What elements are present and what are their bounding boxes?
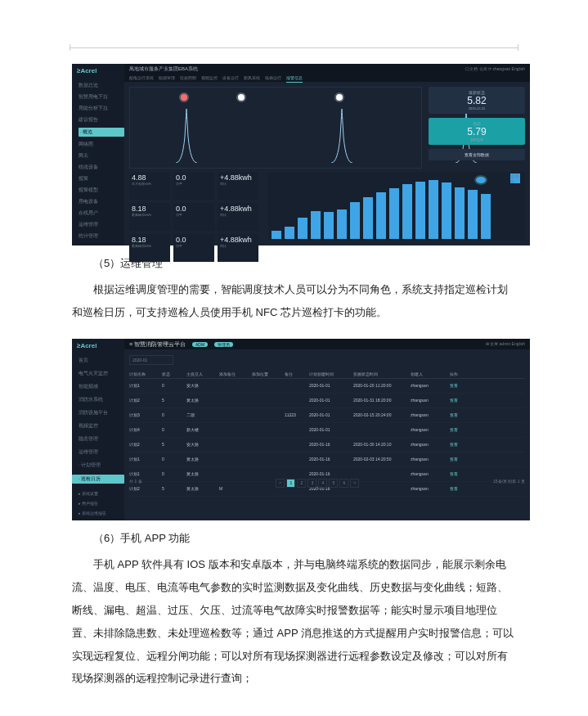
- cell: 计划4: [129, 427, 159, 432]
- month-filter-input[interactable]: 2020-01: [129, 355, 173, 365]
- sidebar-item[interactable]: 运维管理: [79, 448, 124, 456]
- kpi-cell: 0.0功率: [173, 203, 214, 231]
- sidebar-item[interactable]: ▸ 系统设置: [79, 491, 124, 496]
- sidebar-item[interactable]: 用能分析下拉: [79, 105, 124, 112]
- tab[interactable]: 设备运行: [222, 74, 239, 82]
- table-row: 计划10安大路2020-01-012020-01-20 11:20:00zhan…: [129, 379, 525, 394]
- sidebar-item[interactable]: 建议报告: [79, 116, 124, 124]
- tab[interactable]: 报警信息: [286, 74, 303, 83]
- sidebar-item[interactable]: ▸ 用户报告: [79, 501, 124, 506]
- sidebar-item[interactable]: 在线用户: [79, 209, 124, 217]
- sidebar-item[interactable]: 智能烟感: [79, 383, 124, 390]
- col-header: 状态: [162, 372, 183, 376]
- sidebar-item[interactable]: 报警模型: [79, 187, 124, 194]
- section-6-body: 手机 APP 软件具有 IOS 版本和安卓版本，并与电脑终端系统的数据同步，能展…: [72, 553, 516, 691]
- cell: 2020-01-16: [309, 471, 350, 476]
- kpi-cell: 8.18最高峰值kWh: [129, 203, 170, 231]
- page-button[interactable]: >: [350, 479, 359, 488]
- view-link[interactable]: 查看: [450, 398, 473, 403]
- sidebar-item[interactable]: 网关: [79, 152, 124, 160]
- role-pill: 管理员: [214, 342, 233, 347]
- col-header: 实施状态时间: [353, 372, 407, 376]
- tab[interactable]: 电梯运行: [265, 74, 281, 82]
- sidebar-item[interactable]: 首页: [79, 357, 124, 364]
- sidebar-item[interactable]: 隐患管理: [79, 435, 124, 443]
- sidebar-item[interactable]: 网络图: [79, 141, 124, 148]
- page-button[interactable]: 3: [307, 479, 316, 488]
- bar: [376, 192, 386, 239]
- header-user-area[interactable]: ⊞ 全屏 admin English: [486, 339, 525, 349]
- trend-chart: [129, 87, 422, 169]
- page-button[interactable]: 5: [329, 479, 338, 488]
- sidebar-item[interactable]: 消防设施平台: [79, 409, 124, 417]
- page-button[interactable]: 6: [339, 479, 348, 488]
- sidebar-item[interactable]: ▸ 系统运维报告: [79, 511, 124, 516]
- pagination[interactable]: 共 1 条 <123456> 15条/页 到第 1 页: [129, 479, 525, 488]
- cell: 2020-01-16: [309, 442, 350, 447]
- view-link[interactable]: 查看: [450, 427, 473, 432]
- cell: 计划3: [129, 412, 159, 417]
- sidebar-item[interactable]: · 计划管理: [79, 462, 124, 469]
- cell: 2020-02-03 14:20:50: [353, 457, 407, 462]
- cell: 2020-01-01: [309, 427, 350, 432]
- sidebar-item[interactable]: · 巡检日历: [72, 475, 124, 484]
- view-all-button[interactable]: 查看全部数据: [429, 149, 525, 160]
- stat-panel: 当前5.79实时监测: [429, 118, 525, 145]
- sidebar-item[interactable]: 电气火灾监控: [79, 370, 124, 377]
- view-link[interactable]: 查看: [450, 457, 473, 462]
- sidebar-item[interactable]: 线缆设备: [79, 164, 124, 171]
- col-header: 添加位置: [252, 372, 281, 376]
- cell: zhangsan: [411, 398, 447, 403]
- kpi-grid: 4.88本月电量kWh0.0功率+4.88kwh同比8.18最高峰值kWh0.0…: [129, 172, 258, 262]
- page-jump[interactable]: 15条/页 到第 1 页: [493, 479, 525, 488]
- table-row: 计划10黄太路2020-01-162020-02-03 14:20:50zhan…: [129, 453, 525, 467]
- top-tabs: 配电运行系统能源管理应急照明视频监控设备运行新风系统电梯运行报警信息: [124, 74, 530, 82]
- tab[interactable]: 能源管理: [159, 74, 175, 82]
- view-link[interactable]: 查看: [450, 383, 473, 388]
- sidebar-item[interactable]: 消防水系统: [79, 396, 124, 403]
- cell: zhangsan: [411, 412, 447, 417]
- col-header: 主提交人: [186, 372, 216, 376]
- cell: 安大路: [186, 383, 216, 388]
- col-header: 操作: [450, 372, 473, 376]
- tab[interactable]: 配电运行系统: [129, 74, 154, 82]
- sidebar-item[interactable]: 运维管理: [79, 221, 124, 228]
- cell: 2020-01-30 14:20:10: [353, 442, 407, 447]
- tab[interactable]: 视频监控: [201, 74, 218, 82]
- view-link[interactable]: 查看: [450, 442, 473, 447]
- header-user-area[interactable]: 口文档 仓库 ⟳ zhangsan English: [465, 64, 525, 74]
- sidebar-item[interactable]: 报警: [79, 175, 124, 182]
- col-header: 添加备注: [219, 372, 249, 376]
- page-button[interactable]: 1: [286, 479, 295, 488]
- map-pin-icon[interactable]: [181, 94, 187, 101]
- view-link[interactable]: 查看: [450, 471, 473, 476]
- sidebar-item[interactable]: 视频监控: [79, 422, 124, 430]
- bar: [337, 209, 347, 239]
- sidebar-item[interactable]: · 概览: [79, 128, 124, 137]
- view-link[interactable]: 查看: [450, 412, 473, 417]
- page-button[interactable]: <: [276, 479, 285, 488]
- kpi-cell: +4.88kwh同比: [218, 203, 258, 231]
- cell: 二期: [186, 412, 216, 417]
- map-pin-icon[interactable]: [336, 94, 343, 101]
- cell: 新大楼: [186, 427, 216, 432]
- cell: 2020-01-20 11:20:00: [353, 383, 407, 388]
- sidebar-item[interactable]: 数据总览: [79, 82, 124, 89]
- sidebar-item[interactable]: 智慧用电下拉: [79, 93, 124, 101]
- page-button[interactable]: 4: [318, 479, 327, 488]
- col-header: 备注: [285, 372, 306, 376]
- map-pin-icon[interactable]: [238, 94, 245, 101]
- role-pill: ADM: [192, 342, 208, 347]
- cell: 0: [162, 427, 183, 432]
- table-row: 计划25黄太路2020-01-012020-01-31 18:20:00zhan…: [129, 394, 525, 408]
- cell: 黄太路: [186, 471, 216, 476]
- tab[interactable]: 新风系统: [244, 74, 260, 82]
- page-button[interactable]: 2: [297, 479, 306, 488]
- sidebar-item[interactable]: 统计管理: [79, 232, 124, 240]
- cell: zhangsan: [411, 383, 447, 388]
- sidebar-item[interactable]: 用电设备: [79, 198, 124, 205]
- plan-table: 计划名称状态主提交人添加备注添加位置备注计划创建时间实施状态时间创建人操作 计划…: [129, 370, 525, 497]
- cell: 2020-01-01: [309, 383, 350, 388]
- tab[interactable]: 应急照明: [180, 74, 196, 82]
- stat-panel: 最新状态5.822019-12-25: [429, 87, 525, 114]
